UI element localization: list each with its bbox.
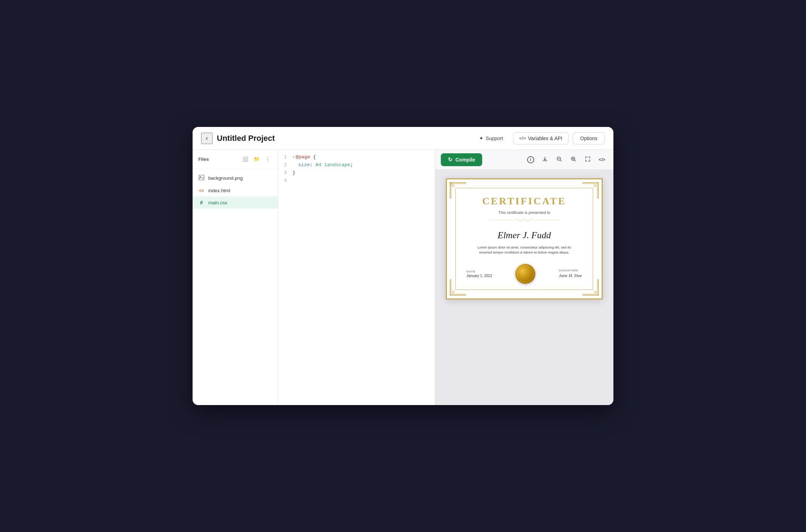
info-button[interactable]: i (525, 154, 536, 165)
info-icon: i (527, 156, 534, 163)
svg-rect-14 (598, 182, 599, 199)
compile-refresh-icon: ↻ (448, 157, 453, 163)
zoom-out-icon (556, 156, 562, 164)
code-line-4: 4 (278, 178, 435, 185)
corner-br (582, 278, 600, 296)
more-options-button[interactable]: ⋮ (264, 155, 272, 163)
code-editor[interactable]: 1 ▾@page { 2 size: A4 landscape; 3 } 4 (278, 150, 435, 405)
certificate-title: CERTIFICATE (482, 195, 566, 207)
support-label: Support (486, 135, 503, 141)
project-title: Untitled Project (217, 134, 275, 143)
sig-label: SIGNATURE (559, 269, 579, 272)
corner-tl (449, 181, 467, 199)
support-button[interactable]: ✦ Support (473, 132, 509, 144)
certificate-divider (466, 217, 582, 225)
zoom-out-button[interactable] (554, 154, 565, 165)
line-number-2: 2 (278, 162, 292, 168)
svg-point-1 (200, 176, 201, 177)
certificate-sig-section: SIGNATURE Jane H. Doe (559, 269, 582, 278)
fit-page-icon (585, 156, 591, 164)
svg-point-15 (452, 291, 455, 293)
svg-point-9 (452, 184, 455, 187)
svg-line-8 (575, 160, 576, 161)
files-label: Files (198, 157, 209, 162)
certificate-date-section: DATE January 1, 2022 (466, 270, 492, 278)
new-file-icon: ⬜ (242, 156, 248, 162)
preview-panel: ↻ Compile i (435, 150, 613, 405)
corner-bl (449, 278, 467, 296)
svg-point-18 (594, 291, 597, 293)
svg-rect-20 (598, 279, 599, 296)
svg-rect-0 (199, 175, 204, 180)
image-file-icon (198, 175, 205, 181)
back-icon: ‹ (206, 134, 208, 142)
corner-tr (582, 181, 600, 199)
certificate-inner: CERTIFICATE This certificate is presente… (455, 188, 593, 290)
line-content-3: } (292, 170, 295, 175)
zoom-in-button[interactable] (568, 154, 579, 165)
code-icon: </> (519, 135, 526, 141)
editor-panel: 1 ▾@page { 2 size: A4 landscape; 3 } 4 (278, 150, 435, 405)
certificate-subtitle: This certificate is presented to (498, 210, 550, 215)
file-item-index-html[interactable]: <> index.html (193, 185, 278, 196)
code-line-2: 2 size: A4 landscape; (278, 162, 435, 170)
line-content-1: ▾@page { (292, 154, 316, 160)
new-folder-button[interactable]: 📁 (252, 155, 261, 163)
back-button[interactable]: ‹ (201, 133, 213, 144)
sig-value: Jane H. Doe (559, 273, 582, 278)
code-line-3: 3 } (278, 170, 435, 178)
title-bar: ‹ Untitled Project ✦ Support </> Variabl… (193, 127, 613, 150)
file-name-index-html: index.html (208, 188, 230, 193)
file-name-background-png: background.png (208, 175, 243, 181)
line-number-1: 1 (278, 154, 292, 160)
variables-label: Variables & API (528, 135, 562, 141)
code-line-1: 1 ▾@page { (278, 154, 435, 162)
source-code-button[interactable]: </> (596, 154, 608, 165)
file-item-background-png[interactable]: background.png (193, 172, 278, 185)
source-code-icon: </> (599, 157, 606, 162)
sidebar: Files ⬜ 📁 ⋮ (193, 150, 278, 405)
options-label: Options (580, 135, 597, 141)
variables-api-button[interactable]: </> Variables & API (513, 132, 568, 144)
preview-area: CERTIFICATE This certificate is presente… (435, 170, 613, 405)
file-name-main-css: main.css (208, 200, 227, 205)
compile-button[interactable]: ↻ Compile (441, 153, 482, 166)
preview-toolbar-right: i (525, 154, 608, 165)
app-window: ‹ Untitled Project ✦ Support </> Variabl… (193, 127, 613, 405)
new-folder-icon: 📁 (254, 156, 260, 162)
support-grid-icon: ✦ (479, 135, 484, 142)
file-list: background.png <> index.html # main.css (193, 169, 278, 211)
download-button[interactable] (539, 154, 551, 165)
new-file-button[interactable]: ⬜ (241, 155, 249, 163)
css-file-icon: # (198, 200, 205, 205)
file-item-main-css[interactable]: # main.css (193, 196, 278, 209)
certificate-name: Elmer J. Fudd (498, 230, 551, 241)
svg-line-4 (560, 160, 561, 161)
sidebar-actions: ⬜ 📁 ⋮ (241, 155, 272, 163)
preview-toolbar: ↻ Compile i (435, 150, 613, 170)
sidebar-header: Files ⬜ 📁 ⋮ (193, 150, 278, 169)
fit-page-button[interactable] (582, 154, 593, 165)
date-value: January 1, 2022 (466, 274, 492, 278)
line-content-2: size: A4 landscape; (292, 162, 353, 168)
certificate-seal (515, 264, 535, 284)
more-options-icon: ⋮ (265, 156, 271, 163)
line-content-4 (292, 178, 295, 183)
download-icon (542, 156, 548, 164)
svg-rect-10 (450, 182, 466, 183)
zoom-in-icon (570, 156, 577, 164)
certificate-footer: DATE January 1, 2022 SIGNATURE Jane H. D… (466, 264, 582, 284)
certificate-preview: CERTIFICATE This certificate is presente… (446, 178, 603, 300)
svg-rect-17 (450, 279, 451, 296)
svg-point-12 (594, 184, 597, 187)
line-number-3: 3 (278, 170, 292, 175)
line-number-4: 4 (278, 178, 292, 183)
html-file-icon: <> (198, 188, 205, 193)
main-content: Files ⬜ 📁 ⋮ (193, 150, 613, 405)
title-bar-left: ‹ Untitled Project (201, 133, 473, 144)
title-bar-right: ✦ Support </> Variables & API Options (473, 132, 605, 144)
date-label: DATE (466, 270, 475, 273)
options-button[interactable]: Options (573, 132, 605, 144)
certificate-body: Lorem ipsum dolor sit amet, consectetur … (474, 245, 574, 255)
svg-rect-11 (450, 182, 451, 199)
